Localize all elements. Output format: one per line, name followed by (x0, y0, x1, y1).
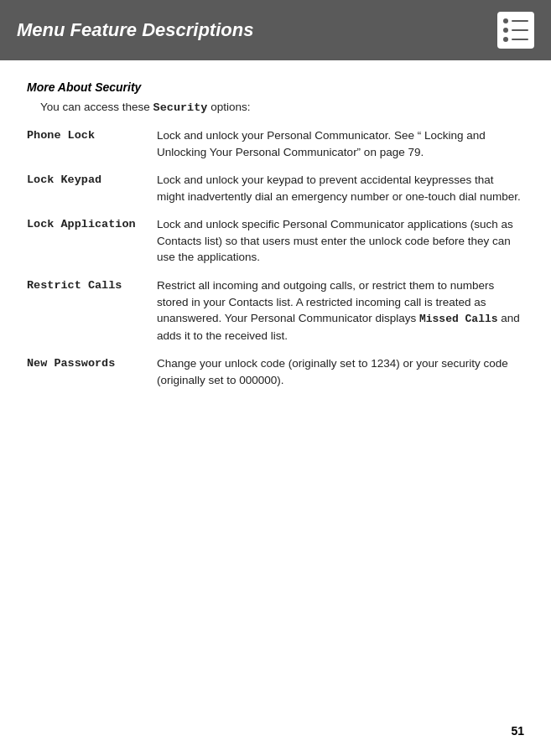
header: Menu Feature Descriptions (0, 0, 551, 60)
feature-desc-new-passwords: Change your unlock code (originally set … (157, 355, 524, 400)
feature-label-lock-keypad: Lock Keypad (27, 172, 157, 216)
features-table: Phone Lock Lock and unlock your Personal… (27, 127, 524, 401)
page-number: 51 (511, 724, 524, 738)
table-row: Phone Lock Lock and unlock your Personal… (27, 127, 524, 172)
intro-highlight: Security (153, 101, 208, 114)
table-row: Lock Application Lock and unlock specifi… (27, 216, 524, 277)
menu-icon (497, 12, 534, 49)
feature-desc-lock-application: Lock and unlock specific Personal Commun… (157, 216, 524, 277)
feature-label-new-passwords: New Passwords (27, 355, 157, 400)
feature-label-lock-application: Lock Application (27, 216, 157, 277)
missed-calls-highlight: Missed Calls (419, 313, 498, 325)
intro-suffix: options: (207, 101, 250, 113)
header-title: Menu Feature Descriptions (17, 19, 253, 41)
table-row: Lock Keypad Lock and unlock your keypad … (27, 172, 524, 216)
section-title: More About Security (27, 80, 524, 94)
content-area: More About Security You can access these… (0, 60, 551, 421)
intro-text: You can access these Security options: (40, 101, 524, 114)
feature-desc-phone-lock: Lock and unlock your Personal Communicat… (157, 127, 524, 172)
feature-label-restrict-calls: Restrict Calls (27, 277, 157, 356)
feature-label-phone-lock: Phone Lock (27, 127, 157, 172)
intro-prefix: You can access these (40, 101, 153, 113)
table-row: Restrict Calls Restrict all incoming and… (27, 277, 524, 356)
table-row: New Passwords Change your unlock code (o… (27, 355, 524, 400)
feature-desc-lock-keypad: Lock and unlock your keypad to prevent a… (157, 172, 524, 216)
feature-desc-restrict-calls: Restrict all incoming and outgoing calls… (157, 277, 524, 356)
